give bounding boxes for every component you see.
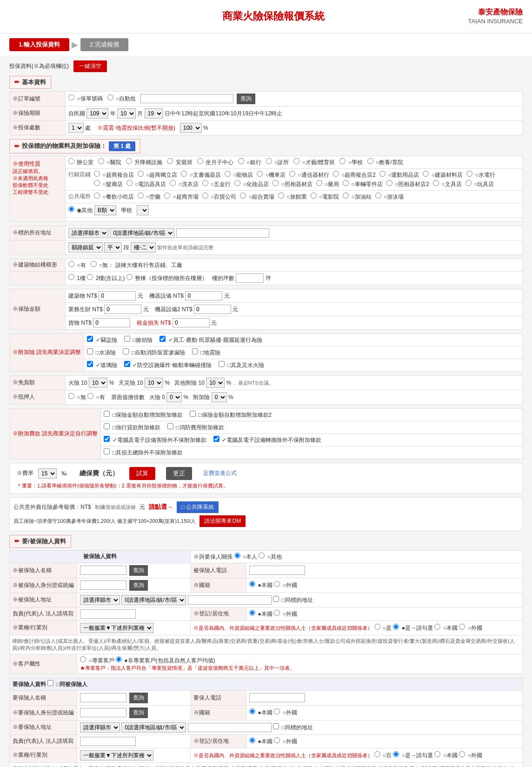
pencil-icon3: ✏ — [14, 538, 20, 545]
day-select[interactable]: 19 — [145, 108, 163, 119]
step2[interactable]: 2.完成報價 — [80, 38, 128, 51]
policy-type-radio[interactable]: ○保單號碼 — [68, 95, 103, 102]
proposer-biz-select[interactable]: 一般服業▼下述所列業種 — [80, 750, 153, 760]
other-school-select[interactable] — [137, 205, 149, 215]
floor-area-input[interactable] — [236, 273, 264, 283]
formula-link[interactable]: 定費並進公式 — [203, 469, 237, 477]
other-type-select[interactable]: B類 — [94, 205, 116, 215]
insured-section-header: ✏ 要/被保險人資料 — [9, 535, 523, 548]
insured-addr-input[interactable] — [188, 595, 272, 605]
add-options-row2: □水漬險 □自動消防裝置滲漏險 □地震險 — [87, 348, 519, 357]
representative-input[interactable] — [80, 609, 136, 619]
insure-amt-label: ※保險金額 — [10, 289, 66, 329]
insured-header: 被保險人資料 ※與要保人關係 ○本人 ○其他 — [10, 550, 523, 563]
use-type-label: ※使用性質 請正確填寫。 ※未適用此表格 投保軟體不受此 工程彈警不受此 — [10, 156, 66, 221]
pledge-label: ※抵押人 — [10, 390, 66, 404]
proposer-same-row: 要保險人資料 □同被保險人 — [10, 678, 523, 690]
property-table: ※使用性質 請正確填寫。 ※未適用此表格 投保軟體不受此 工程彈警不受此 辦公室… — [9, 156, 523, 222]
area-select[interactable]: 0請選擇地區/鎮/市/區 — [110, 228, 174, 238]
proposer-addr-input[interactable] — [188, 723, 272, 732]
add-insurance-table: ※附加險 請先商業決定調整 ✓竊盜險 □搶劫險 ✓員工‧農動‧民眾騷擾‧罷麗延遲… — [9, 333, 523, 372]
month-select[interactable]: 10 — [117, 108, 136, 119]
address-table: ※標的所在地址 請選擇縣市 0請選擇地區/鎮/市/區 縣路鎮延 平 段 樓-二 … — [9, 226, 523, 255]
other-deduct-select[interactable]: 10 — [206, 378, 225, 388]
total-label: 總保費（元） — [80, 469, 119, 478]
biz-amount-input[interactable] — [104, 305, 141, 314]
correct-button[interactable]: 更正 — [166, 467, 192, 480]
count-label: ※投保處數 — [10, 120, 66, 135]
insured-id-search[interactable]: 查詢 — [129, 580, 148, 591]
steps-bar: 1.輸入投保資料 ▶ 2.完成報價 — [0, 33, 532, 56]
floor-select[interactable]: 樓-二 — [131, 242, 156, 253]
goods-row: 貨物 NT$ 租金損失 NT$ 元 — [10, 316, 523, 329]
address-detail-input[interactable] — [176, 228, 269, 238]
property-section-header: ✏ 投保標的的物業料及附加保險： 第 1 處 — [9, 139, 523, 153]
count-select[interactable]: 1 — [68, 123, 84, 133]
other-type-row: ◉其他 B類 學校 — [10, 203, 523, 217]
proposer-name-label: 要保險人名稱 — [10, 690, 77, 705]
clear-button[interactable]: 一鍵清空 — [73, 60, 107, 72]
proposer-name-input[interactable] — [80, 693, 126, 702]
order-search-button[interactable]: 查詢 — [237, 93, 255, 104]
proposer-country-label: ※國籍 — [191, 705, 246, 720]
deductible-select[interactable]: 100 — [180, 123, 202, 133]
proposer-phone-label: 要保人電話 — [191, 690, 246, 705]
business-label: ※業種/行業別 — [10, 620, 77, 635]
proposer-id-label: ※要保險人身分證或統編 — [10, 705, 77, 720]
public-options: ○餐飲小吃店 ○空廳 ○超商市場 ○百貨公司 ○綜合賣場 ○旅館業 ○電影院 ○… — [94, 193, 404, 201]
address-label: ※標的所在地址 — [10, 226, 66, 240]
proposer-phone-input[interactable] — [249, 693, 305, 702]
typhoon-deduct-select[interactable]: 10 — [145, 378, 163, 388]
floor-count-row: 1樓 2樓(含以上) 整棟（投保標的物所在樓層） 樓的坪數 坪 — [10, 271, 523, 285]
policy-number-input[interactable] — [140, 94, 233, 103]
lane-select[interactable]: 縣路鎮延 — [68, 242, 103, 253]
goods-amount-input[interactable] — [93, 318, 130, 327]
insured-phone-input[interactable] — [249, 566, 305, 575]
proposer-id-row: ※要保險人身分證或統編 查詢 ※國籍 ●本國 ○外國 — [10, 705, 523, 720]
insured-city-select[interactable]: 請選擇縣市 — [80, 595, 120, 605]
proposer-area-select[interactable]: 0請選擇地區/鎮/市/區 — [121, 722, 186, 733]
proposer-id-input[interactable] — [80, 708, 126, 717]
insured-id-input[interactable] — [80, 580, 126, 590]
insured-search-button[interactable]: 查詢 — [129, 565, 148, 576]
structure-table: ※建築物結構模形 ○有 ○無： 該棟大樓有行售店鋪、工廠 1樓 2樓(含以上) … — [9, 259, 523, 285]
step1[interactable]: 1.輸入投保資料 — [9, 38, 69, 51]
proposer-city-select[interactable]: 請選擇縣市 — [80, 722, 120, 733]
total-section: ※費率 15 ‰ 總保費（元） 試算 更正 定費並進公式 ＊重量：1.請看準確填… — [9, 463, 523, 494]
insured-name-row: ※被保險人名稱 查詢 被保險人電話 — [10, 563, 523, 578]
public-liability-section: 公共意外責任險參考報價：NT$ 制臟僅做或或說確 元 請點選→ □ 公共隊系統 … — [9, 497, 523, 531]
year-select[interactable]: 109 — [86, 108, 108, 119]
proposer-rep-input[interactable] — [80, 737, 136, 746]
add-options-row3: ✓玻璃險 ✓防空設施爆炸‧輸動車輛碰撞險 □其及災水火險 — [87, 361, 519, 369]
extra-pct-select[interactable]: 0 — [212, 392, 227, 402]
trial-button[interactable]: 試算 — [129, 467, 155, 480]
logo-sub: TAIAN INSURANCE — [468, 17, 523, 26]
city-select[interactable]: 請選擇縣市 — [68, 228, 108, 238]
auto-radio[interactable]: ○自動批 — [107, 95, 136, 102]
machine-amount-input[interactable] — [194, 305, 231, 314]
proposer-search-button[interactable]: 查詢 — [129, 693, 148, 703]
pledge-row: ※抵押人 ○無 ○有 票面值擔倍數 火險 0 0 % 附加險 0 % — [10, 390, 523, 404]
insured-area-select[interactable]: 0請選擇地區/鎮/市/區 — [121, 595, 186, 605]
rental-amount-input[interactable] — [173, 318, 210, 327]
page-title: 商業火險保險報價系統 — [79, 9, 468, 23]
equipment-amount-input[interactable] — [185, 291, 222, 300]
extra-label: ※附加費款 請先商業決定自行調整 — [10, 408, 101, 459]
deduct-label: ※免負額 — [10, 375, 66, 390]
proposer-id-search[interactable]: 查詢 — [129, 707, 148, 718]
insured-country-label: ※國籍 — [191, 578, 246, 593]
public-system-button[interactable]: □ 公共隊系統 — [177, 501, 219, 513]
pledge-pct-select[interactable]: 0 — [166, 392, 182, 402]
use-type-row: ※使用性質 請正確填寫。 ※未適用此表格 投保軟體不受此 工程彈警不受此 辦公室… — [10, 156, 523, 168]
fire-deduct-select[interactable]: 10 — [89, 378, 107, 388]
rate-select[interactable]: 15 — [38, 468, 57, 479]
lane-num-select[interactable]: 平 — [104, 242, 122, 253]
dm-button[interactable]: 請洽開專來DM — [200, 515, 246, 527]
business-select[interactable]: 一般服業▼下述所列業種 — [80, 623, 153, 633]
customer-label: ※客戶屬性 — [10, 654, 77, 674]
add-ins-row3: ✓玻璃險 ✓防空設施爆炸‧輸動車輛碰撞險 □其及災水火險 — [10, 359, 523, 371]
insured-name-input[interactable] — [80, 566, 126, 575]
business-type-row: ※業種/行業別 一般服業▼下述所列業種 ※是否為國內、外資源組織之重要政治性關係… — [10, 620, 523, 635]
building-amount-input[interactable] — [99, 291, 136, 300]
order-label: ※訂單編號 — [10, 91, 66, 106]
